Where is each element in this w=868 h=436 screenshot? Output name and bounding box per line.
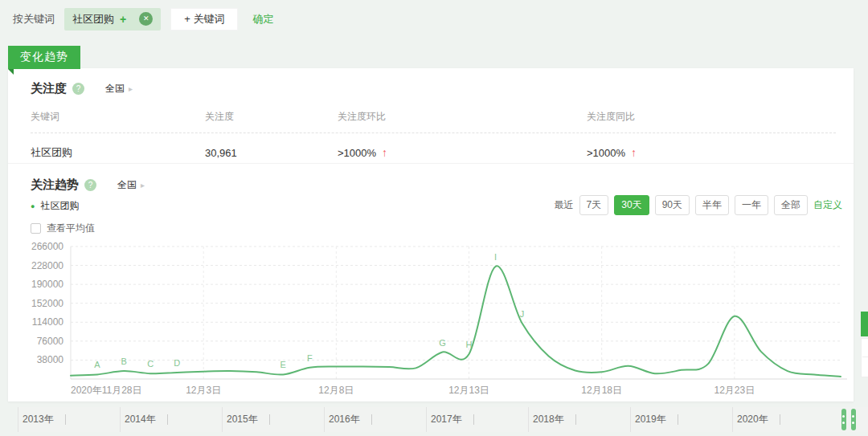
year-label: 2016年 (329, 413, 360, 426)
row-yoy-value: >1000% (587, 147, 625, 159)
timeline-year-2019[interactable]: 2019年 (630, 407, 732, 432)
year-label: 2019年 (635, 413, 666, 426)
region-selector[interactable]: 全国 (117, 178, 137, 192)
attention-table-header: 关键词 关注度 关注度环比 关注度同比 (31, 110, 836, 133)
range-half-year-button[interactable]: 半年 (695, 195, 729, 215)
row-mom-value: >1000% (338, 147, 376, 159)
plus-icon[interactable]: + (120, 13, 126, 26)
chevron-right-icon: ▸ (129, 84, 133, 93)
up-arrow-icon: ↑ (382, 146, 387, 159)
help-icon[interactable]: ? (84, 179, 96, 191)
year-label: 2013年 (23, 413, 54, 426)
point-label-F[interactable]: F (307, 353, 313, 363)
row-yoy-cell: >1000% ↑ (587, 146, 836, 159)
timeline-year-2018[interactable]: 2018年 (528, 407, 630, 432)
brush-handle-left[interactable] (841, 409, 846, 430)
trend-title: 关注趋势 (31, 177, 79, 193)
col-yoy: 关注度同比 (587, 110, 836, 124)
point-label-C[interactable]: C (147, 359, 154, 369)
x-tick-label: 12月23日 (714, 385, 755, 396)
year-timeline-slider[interactable]: 2013年 2014年 2015年 2016年 2017年 2018年 2019… (18, 407, 868, 432)
up-arrow-icon: ↑ (631, 146, 637, 159)
recent-label: 最近 (555, 198, 574, 212)
timeline-year-2014[interactable]: 2014年 (120, 407, 222, 432)
checkbox-icon[interactable] (31, 223, 41, 234)
chart-legend: ● 社区团购 (31, 199, 79, 213)
y-tick-label: 76000 (37, 336, 64, 347)
close-icon[interactable]: ✕ (139, 12, 153, 26)
point-label-I[interactable]: I (494, 252, 497, 262)
year-label: 2020年 (737, 413, 768, 426)
point-label-E[interactable]: E (280, 360, 286, 369)
trend-line-series[interactable] (71, 266, 841, 377)
timeline-year-2015[interactable]: 2015年 (222, 407, 324, 432)
y-tick-label: 228000 (31, 260, 63, 271)
attention-section-header: 关注度 ? 全国 ▸ (31, 81, 133, 96)
custom-range-button[interactable]: 自定义 (813, 198, 842, 212)
point-label-A[interactable]: A (94, 360, 100, 369)
help-icon[interactable]: ? (72, 83, 84, 95)
average-label: 查看平均值 (47, 222, 95, 235)
y-tick-label: 38000 (37, 354, 64, 365)
filter-bar: 按关键词 社区团购 + ✕ + 关键词 确定 (0, 0, 868, 38)
year-label: 2017年 (431, 413, 462, 426)
attention-title: 关注度 (31, 81, 67, 96)
trend-line-chart[interactable]: 3800076000114000152000190000228000266000… (13, 241, 849, 401)
range-all-button[interactable]: 全部 (774, 195, 808, 215)
col-keyword: 关键词 (31, 110, 205, 124)
trend-card: 关注度 ? 全国 ▸ 关键词 关注度 关注度环比 关注度同比 社区团购 30,9… (8, 68, 854, 401)
brush-handle-right[interactable] (851, 409, 856, 430)
timeline-year-2020[interactable]: 2020年 (732, 407, 834, 432)
row-mom-cell: >1000% ↑ (338, 146, 587, 159)
table-row: 社区团购 30,961 >1000% ↑ >1000% ↑ (31, 133, 836, 160)
y-tick-label: 152000 (31, 298, 63, 309)
point-label-B[interactable]: B (121, 357, 126, 366)
trend-section-header: 关注趋势 ? 全国 ▸ (31, 177, 145, 193)
point-label-G[interactable]: G (439, 338, 446, 348)
timeline-year-2017[interactable]: 2017年 (426, 407, 528, 432)
range-one-year-button[interactable]: 一年 (735, 195, 768, 215)
add-keyword-button[interactable]: + 关键词 (170, 8, 238, 31)
chevron-right-icon: ▸ (141, 181, 145, 189)
timeline-year-2013[interactable]: 2013年 (18, 407, 120, 432)
point-label-H[interactable]: H (466, 340, 473, 349)
timeline-year-2016[interactable]: 2016年 (324, 407, 426, 432)
keyword-tag[interactable]: 社区团购 + ✕ (64, 8, 161, 31)
range-90d-button[interactable]: 90天 (655, 195, 690, 215)
range-7d-button[interactable]: 7天 (579, 195, 609, 215)
x-tick-label: 2020年11月28日 (71, 385, 142, 396)
legend-label: 社区团购 (40, 199, 79, 213)
year-label: 2014年 (125, 413, 156, 426)
year-label: 2018年 (533, 413, 564, 426)
attention-table: 关键词 关注度 关注度环比 关注度同比 社区团购 30,961 >1000% ↑… (31, 110, 836, 160)
col-mom: 关注度环比 (338, 110, 587, 124)
legend-dot-icon: ● (31, 202, 35, 210)
range-30d-button[interactable]: 30天 (614, 195, 649, 215)
row-keyword: 社区团购 (31, 145, 205, 160)
page: 按关键词 社区团购 + ✕ + 关键词 确定 变化趋势 关注度 ? 全国 ▸ 关… (0, 0, 868, 436)
x-tick-label: 12月13日 (448, 385, 489, 396)
region-selector[interactable]: 全国 (105, 82, 125, 96)
year-label: 2015年 (227, 413, 258, 426)
col-attention: 关注度 (205, 110, 338, 124)
x-tick-label: 12月18日 (581, 385, 622, 396)
section-divider (8, 163, 854, 164)
y-tick-label: 266000 (31, 241, 63, 252)
change-trend-ribbon: 变化趋势 (8, 46, 80, 69)
keyword-tag-label: 社区团购 (72, 12, 114, 26)
side-panel-cropped (861, 338, 868, 377)
x-tick-label: 12月3日 (186, 385, 221, 396)
average-toggle[interactable]: 查看平均值 (31, 222, 95, 235)
filter-by-keyword-label: 按关键词 (13, 12, 55, 26)
confirm-button[interactable]: 确定 (252, 12, 273, 26)
time-range-bar: 最近 7天 30天 90天 半年 一年 全部 自定义 (555, 195, 842, 215)
y-tick-label: 190000 (31, 279, 63, 290)
side-widget-cropped[interactable] (861, 312, 868, 336)
x-tick-label: 12月8日 (318, 385, 354, 396)
y-tick-label: 114000 (32, 316, 63, 328)
point-label-D[interactable]: D (174, 358, 180, 368)
point-label-J[interactable]: J (520, 309, 525, 319)
trend-chart-area[interactable]: 3800076000114000152000190000228000266000… (13, 241, 849, 401)
row-attention-value: 30,961 (205, 147, 338, 159)
